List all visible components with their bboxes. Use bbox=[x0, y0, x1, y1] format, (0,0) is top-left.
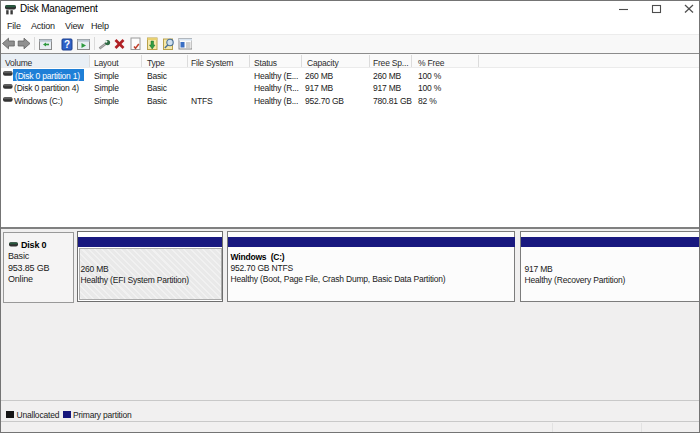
svg-text:?: ? bbox=[64, 39, 70, 50]
